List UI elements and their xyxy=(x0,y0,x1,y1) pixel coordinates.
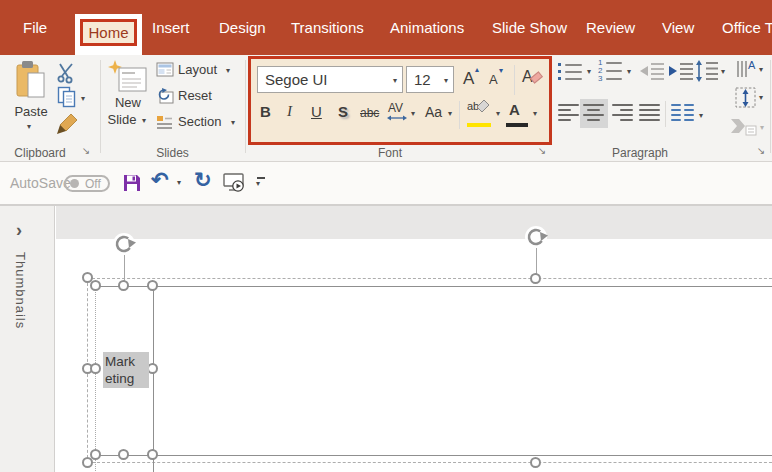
format-painter-button[interactable] xyxy=(56,112,80,136)
section-icon xyxy=(156,114,174,130)
tab-design[interactable]: Design xyxy=(219,0,266,55)
expand-thumbnails-chevron-icon[interactable] xyxy=(16,220,22,241)
selection-handle[interactable] xyxy=(118,280,129,291)
new-slide-label-2[interactable]: Slide xyxy=(96,112,148,127)
bullets-button[interactable] xyxy=(558,61,584,81)
divider xyxy=(514,65,515,95)
new-slide-dropdown[interactable] xyxy=(142,117,146,125)
character-spacing-arrows-icon xyxy=(387,114,407,122)
decrease-indent-button[interactable] xyxy=(639,61,665,81)
character-spacing-dropdown[interactable] xyxy=(411,110,415,118)
font-dialog-launcher[interactable] xyxy=(536,145,548,157)
redo-button[interactable] xyxy=(194,168,212,192)
font-color-dropdown[interactable] xyxy=(533,110,537,118)
selection-handle[interactable] xyxy=(147,449,158,460)
reset-label[interactable]: Reset xyxy=(178,88,212,103)
character-spacing-button[interactable]: AV xyxy=(388,101,403,115)
undo-button[interactable] xyxy=(151,168,169,192)
underline-button[interactable]: U xyxy=(311,103,322,120)
columns-dropdown[interactable] xyxy=(699,112,703,120)
justify-button[interactable] xyxy=(639,104,661,120)
shrink-font-button[interactable]: A xyxy=(489,72,498,87)
line-spacing-button[interactable] xyxy=(695,60,719,82)
grow-font-button[interactable]: A xyxy=(463,69,474,89)
align-left-button[interactable] xyxy=(558,104,580,120)
font-size-dropdown[interactable] xyxy=(444,77,448,85)
copy-button[interactable] xyxy=(57,86,77,108)
convert-smartart-button[interactable] xyxy=(729,117,757,137)
numbering-dropdown[interactable] xyxy=(627,68,631,76)
text-shadow-button[interactable]: S xyxy=(338,103,348,120)
paste-label[interactable]: Paste xyxy=(6,104,56,119)
convert-smartart-dropdown[interactable] xyxy=(760,124,764,132)
text-highlight-dropdown[interactable] xyxy=(496,110,500,118)
increase-indent-button[interactable] xyxy=(668,61,694,81)
layout-dropdown[interactable] xyxy=(226,67,230,75)
layout-button[interactable] xyxy=(156,62,174,78)
tab-view[interactable]: View xyxy=(662,0,694,55)
bold-button[interactable]: B xyxy=(260,103,271,120)
section-dropdown[interactable] xyxy=(231,119,235,127)
align-right-button[interactable] xyxy=(612,104,634,120)
thumbnails-panel[interactable]: Thumbnails xyxy=(0,206,55,472)
section-label[interactable]: Section xyxy=(178,114,221,129)
cut-button[interactable] xyxy=(56,62,78,84)
new-slide-button[interactable] xyxy=(108,60,150,94)
selection-handle[interactable] xyxy=(118,449,129,460)
rotate-handle-textbox[interactable] xyxy=(111,231,137,257)
selection-handle[interactable] xyxy=(530,273,541,284)
autosave-toggle-knob xyxy=(70,179,79,188)
tab-review[interactable]: Review xyxy=(586,0,635,55)
selection-handle[interactable] xyxy=(530,457,541,468)
font-color-button[interactable]: A xyxy=(509,101,520,118)
tab-slide-show[interactable]: Slide Show xyxy=(492,0,567,55)
paste-dropdown[interactable] xyxy=(27,123,31,131)
tab-office-tab[interactable]: Office T xyxy=(722,0,772,55)
home-annotation-box: Home xyxy=(80,19,137,46)
align-text-button[interactable] xyxy=(735,87,757,109)
layout-label[interactable]: Layout xyxy=(178,62,217,77)
new-slide-label-1[interactable]: New xyxy=(102,95,154,110)
undo-dropdown[interactable] xyxy=(177,179,181,187)
italic-button[interactable]: I xyxy=(287,103,292,120)
numbering-button[interactable]: 1 2 3 xyxy=(598,60,624,82)
text-direction-button[interactable]: A xyxy=(735,59,757,81)
change-case-button[interactable]: Aa xyxy=(425,104,442,120)
tab-transitions[interactable]: Transitions xyxy=(291,0,364,55)
section-button[interactable] xyxy=(156,114,174,130)
copy-dropdown[interactable] xyxy=(81,95,85,103)
columns-button[interactable] xyxy=(671,104,695,120)
change-case-dropdown[interactable] xyxy=(448,110,452,118)
align-text-icon xyxy=(735,87,757,109)
clipboard-dialog-launcher[interactable] xyxy=(80,145,92,157)
selection-handle[interactable] xyxy=(90,449,101,460)
reset-button[interactable] xyxy=(156,88,174,104)
rotate-handle-table[interactable] xyxy=(523,224,549,250)
strikethrough-button[interactable]: abc xyxy=(360,106,379,120)
font-name-combobox[interactable]: Segoe UI xyxy=(257,66,403,93)
tab-insert[interactable]: Insert xyxy=(152,0,190,55)
font-name-dropdown[interactable] xyxy=(393,77,397,85)
selection-handle[interactable] xyxy=(90,280,101,291)
bullets-dropdown[interactable] xyxy=(587,68,591,76)
font-size-combobox[interactable]: 12 xyxy=(406,66,454,93)
line-spacing-dropdown[interactable] xyxy=(721,68,725,76)
slide-canvas[interactable]: Mark eting xyxy=(56,206,772,472)
selection-handle[interactable] xyxy=(90,363,101,374)
align-text-dropdown[interactable] xyxy=(759,94,763,102)
start-from-beginning-button[interactable] xyxy=(222,172,248,194)
text-direction-dropdown[interactable] xyxy=(759,66,763,74)
paragraph-dialog-launcher[interactable] xyxy=(755,145,767,157)
tab-animations[interactable]: Animations xyxy=(390,0,464,55)
align-center-button[interactable] xyxy=(583,104,605,120)
paste-button[interactable] xyxy=(14,60,48,102)
textbox-left-border xyxy=(95,286,96,472)
divider xyxy=(459,101,460,129)
tab-file[interactable]: File xyxy=(23,0,47,55)
table-selection-outline[interactable] xyxy=(87,278,772,463)
selected-text[interactable]: Mark eting xyxy=(103,352,149,388)
save-button[interactable] xyxy=(122,173,142,193)
tab-home[interactable]: Home xyxy=(75,14,142,55)
selection-handle[interactable] xyxy=(147,280,158,291)
autosave-toggle[interactable]: Off xyxy=(64,175,110,192)
